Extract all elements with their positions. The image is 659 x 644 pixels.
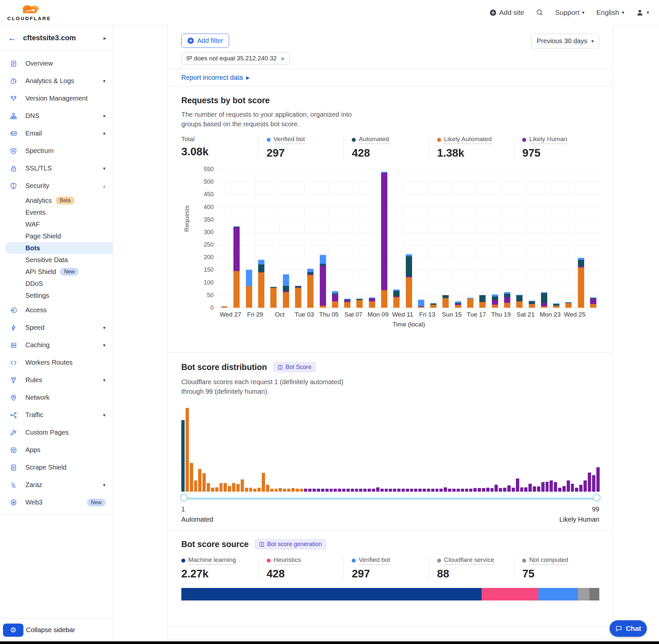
sidebar-item-apps[interactable]: Apps: [0, 441, 113, 459]
sidebar-item-overview[interactable]: Overview: [0, 55, 113, 72]
chat-button[interactable]: Chat: [610, 620, 647, 637]
sidebar-subitem-api-shield[interactable]: API ShieldNew: [0, 266, 113, 278]
chart-bar[interactable]: [415, 300, 427, 308]
histogram-bar-score-70[interactable]: [473, 488, 477, 492]
histogram-bar-score-79[interactable]: [512, 488, 515, 492]
histogram-bar-score-91[interactable]: [562, 486, 566, 492]
sidebar-item-caching[interactable]: Caching▾: [0, 336, 113, 354]
sidebar-subitem-ddos[interactable]: DDoS: [0, 278, 113, 290]
histogram-bar-score-97[interactable]: [588, 473, 591, 492]
histogram-bar-score-86[interactable]: [541, 482, 545, 492]
chart-bar[interactable]: [587, 297, 599, 308]
histogram-bar-score-89[interactable]: [554, 482, 557, 492]
chart-bar[interactable]: [575, 258, 587, 308]
sidebar-item-web3[interactable]: Web3New: [0, 493, 113, 511]
sidebar-item-spectrum[interactable]: Spectrum: [0, 142, 113, 160]
chart-bar[interactable]: [550, 303, 562, 308]
histogram-bar-score-2[interactable]: [186, 408, 189, 492]
histogram-bar-score-37[interactable]: [334, 489, 337, 492]
chart-bar[interactable]: [390, 290, 402, 308]
histogram-bar-score-15[interactable]: [241, 480, 244, 492]
chart-bar[interactable]: [255, 260, 267, 308]
histogram-bar-score-43[interactable]: [359, 489, 362, 492]
sidebar-item-analytics-logs[interactable]: Analytics & Logs▾: [0, 72, 113, 90]
histogram-bar-score-93[interactable]: [571, 484, 574, 492]
chart-bar[interactable]: [267, 287, 280, 308]
histogram-bar-score-72[interactable]: [482, 488, 485, 492]
histogram-bar-score-77[interactable]: [503, 488, 507, 492]
support-menu[interactable]: Support▾: [555, 8, 585, 17]
sidebar-item-speed[interactable]: Speed▾: [0, 319, 113, 336]
histogram-bar-score-25[interactable]: [283, 489, 286, 492]
sidebar-subitem-sensitive-data[interactable]: Sensitive Data: [0, 254, 113, 266]
sidebar-item-custom-pages[interactable]: Custom Pages: [0, 424, 113, 441]
date-range-select[interactable]: Previous 30 days▾: [531, 33, 599, 48]
histogram-bar-score-51[interactable]: [393, 489, 396, 492]
histogram-bar-score-3[interactable]: [190, 463, 193, 492]
chart-bar[interactable]: [316, 255, 329, 308]
histogram-bar-score-65[interactable]: [452, 489, 455, 492]
histogram-bar-score-62[interactable]: [440, 489, 443, 492]
histogram-bar-score-31[interactable]: [308, 489, 311, 492]
chart-bar[interactable]: [489, 295, 501, 308]
histogram-bar-score-18[interactable]: [253, 489, 257, 492]
histogram-bar-score-30[interactable]: [304, 489, 307, 492]
histogram-bar-score-26[interactable]: [287, 489, 290, 492]
site-switcher-caret-icon[interactable]: ▸: [103, 35, 106, 41]
chart-bar[interactable]: [218, 306, 231, 308]
source-segment-verified-bot[interactable]: [538, 588, 578, 600]
histogram-bar-score-63[interactable]: [444, 487, 447, 492]
histogram-bar-score-99[interactable]: [596, 467, 600, 492]
histogram-bar-score-22[interactable]: [270, 489, 274, 492]
sidebar-subitem-page-shield[interactable]: Page Shield: [0, 230, 113, 242]
histogram-bar-score-87[interactable]: [546, 482, 549, 492]
sidebar-item-ssl-tls[interactable]: SSL/TLS▾: [0, 160, 113, 177]
histogram-bar-score-98[interactable]: [592, 475, 595, 492]
chart-bar[interactable]: [513, 295, 525, 308]
histogram-bar-score-47[interactable]: [376, 487, 379, 492]
histogram-bar-score-81[interactable]: [520, 487, 523, 492]
chart-bar[interactable]: [353, 299, 366, 308]
chart-bar[interactable]: [538, 292, 550, 308]
active-filter-chip[interactable]: IP does not equal 35.212.240.32 ×: [181, 52, 290, 65]
chart-bar[interactable]: [427, 303, 440, 308]
histogram-bar-score-83[interactable]: [528, 484, 532, 492]
sidebar-subitem-settings[interactable]: Settings: [0, 290, 113, 301]
histogram-bar-score-80[interactable]: [516, 479, 519, 492]
report-incorrect-data-link[interactable]: Report incorrect data▸: [181, 73, 250, 82]
sidebar-item-security[interactable]: Security▴: [0, 177, 113, 194]
histogram-bar-score-39[interactable]: [342, 489, 346, 492]
slider-handle-min[interactable]: [180, 493, 188, 502]
sidebar-item-workers-routes[interactable]: Workers Routes: [0, 354, 113, 371]
chart-bar[interactable]: [402, 254, 415, 308]
histogram-bar-score-36[interactable]: [330, 489, 333, 492]
language-menu[interactable]: English▾: [596, 8, 624, 17]
sidebar-item-rules[interactable]: Rules▾: [0, 371, 113, 389]
settings-gear-button[interactable]: ⚙: [3, 624, 23, 637]
histogram-bar-score-68[interactable]: [465, 489, 468, 492]
histogram-bar-score-16[interactable]: [245, 488, 248, 492]
histogram-bar-score-90[interactable]: [558, 488, 561, 492]
sidebar-item-zaraz[interactable]: Zaraz▾: [0, 476, 113, 493]
chart-bar[interactable]: [525, 301, 538, 308]
histogram-bar-score-75[interactable]: [494, 485, 498, 492]
histogram-bar-score-73[interactable]: [486, 488, 490, 492]
sidebar-item-email[interactable]: Email▾: [0, 125, 113, 142]
chart-bar[interactable]: [501, 292, 513, 308]
histogram-bar-score-24[interactable]: [279, 488, 282, 492]
histogram-bar-score-23[interactable]: [275, 489, 278, 492]
histogram-bar-score-4[interactable]: [194, 480, 197, 492]
histogram-bar-score-84[interactable]: [533, 486, 536, 492]
histogram-bar-score-7[interactable]: [207, 483, 210, 492]
histogram-bar-score-28[interactable]: [296, 489, 299, 492]
add-filter-button[interactable]: Add filter: [181, 33, 229, 48]
histogram-bar-score-14[interactable]: [236, 484, 240, 492]
sidebar-subitem-events[interactable]: Events: [0, 206, 113, 218]
histogram-bar-score-32[interactable]: [312, 489, 316, 492]
source-segment-machine-learning[interactable]: [181, 588, 481, 600]
histogram-bar-score-85[interactable]: [537, 486, 540, 492]
histogram-bar-score-11[interactable]: [223, 483, 227, 492]
sidebar-subitem-waf[interactable]: WAF: [0, 218, 113, 230]
histogram-bar-score-61[interactable]: [436, 489, 439, 492]
histogram-bar-score-71[interactable]: [478, 488, 481, 492]
